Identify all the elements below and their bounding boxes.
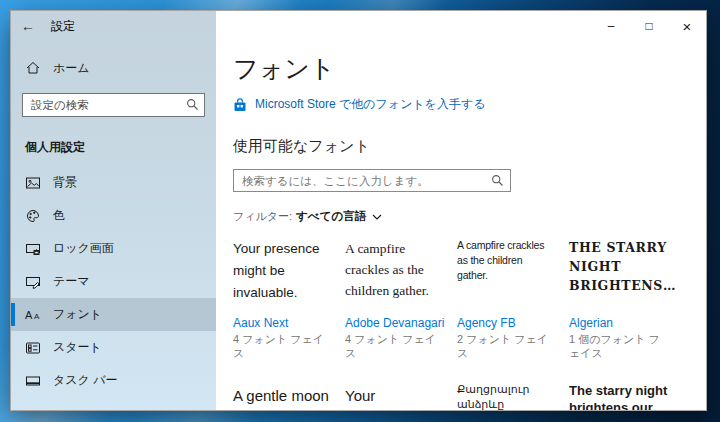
search-icon <box>491 174 504 187</box>
font-card[interactable]: A campfire crackles as the children gath… <box>457 238 557 360</box>
font-card[interactable]: THE STARRY NIGHT BRIGHTENS… Algerian 1 個… <box>569 238 669 360</box>
sidebar-item-colors[interactable]: 色 <box>11 199 216 232</box>
font-card[interactable]: A campfire crackles as the children gath… <box>345 238 445 360</box>
settings-window: ← 設定 ホーム 個人用設定 背景 <box>10 10 707 411</box>
image-icon <box>25 175 41 191</box>
font-name-link[interactable]: Adobe Devanagari <box>345 316 445 331</box>
font-face-count: 4 フォント フェイス <box>345 332 445 360</box>
font-face-count: 4 フォント フェイス <box>233 332 333 360</box>
filter-value: すべての言語 <box>296 209 366 224</box>
font-name-link[interactable]: Aaux Next <box>233 316 333 331</box>
svg-text:A: A <box>34 312 40 321</box>
font-preview: A gentle moon lulls… <box>233 383 333 411</box>
minimize-button[interactable]: – <box>592 11 630 41</box>
font-name-link[interactable]: Algerian <box>569 316 669 331</box>
font-face-count: 1 個のフォント フェイス <box>569 332 669 360</box>
sidebar-item-label: 色 <box>53 207 65 224</box>
lock-screen-icon <box>25 241 41 257</box>
sidebar-item-fonts[interactable]: A A フォント <box>11 298 216 331</box>
titlebar: ← 設定 <box>11 11 216 41</box>
sidebar-item-start[interactable]: スタート <box>11 331 216 364</box>
svg-text:A: A <box>25 309 33 321</box>
font-preview: The starry night brightens our dreams. <box>569 383 669 411</box>
sidebar-home-label: ホーム <box>53 60 90 77</box>
sidebar-item-label: タスク バー <box>53 372 117 389</box>
font-grid-row-1: Your presence might be invaluable. Aaux … <box>233 238 706 360</box>
chevron-down-icon <box>372 214 382 220</box>
sidebar-search <box>22 93 205 117</box>
taskbar-icon <box>25 373 41 389</box>
sidebar-item-label: ロック画面 <box>53 240 114 257</box>
sidebar-item-themes[interactable]: テーマ <box>11 265 216 298</box>
sidebar-item-lock-screen[interactable]: ロック画面 <box>11 232 216 265</box>
font-search-input[interactable] <box>233 169 511 192</box>
search-icon <box>186 98 199 111</box>
store-icon <box>233 98 247 112</box>
font-grid-row-2: A gentle moon lulls… A-OTF UD新ゴ Pr6N R Y… <box>233 383 706 411</box>
font-card[interactable]: Your presence… A-OTF UD新ゴ Pr6N B <box>345 383 445 411</box>
settings-search-input[interactable] <box>22 93 205 117</box>
palette-icon <box>25 208 41 224</box>
theme-icon <box>25 274 41 290</box>
sidebar-item-label: テーマ <box>53 273 90 290</box>
back-button[interactable]: ← <box>11 11 45 41</box>
font-preview: THE STARRY NIGHT BRIGHTENS… <box>569 238 669 316</box>
sidebar: ← 設定 ホーム 個人用設定 背景 <box>11 11 216 410</box>
sidebar-item-label: スタート <box>53 339 102 356</box>
font-name-link[interactable]: Agency FB <box>457 316 557 331</box>
font-face-count: 2 フォント フェイス <box>457 332 557 360</box>
sidebar-nav: 背景 色 ロック画面 テーマ <box>11 166 216 397</box>
font-preview: Քաղցրալուր անձրևը թափվում է տանիքից: <box>457 383 557 411</box>
close-button[interactable]: × <box>668 11 706 41</box>
main-content: – □ × フォント Microsoft Store で他のフォントを入手する … <box>216 11 706 410</box>
store-link[interactable]: Microsoft Store で他のフォントを入手する <box>233 96 706 113</box>
fonts-icon: A A <box>25 307 41 323</box>
font-card[interactable]: The starry night brightens our dreams. A… <box>569 383 669 411</box>
start-icon <box>25 340 41 356</box>
filter-label: フィルター: <box>233 209 292 224</box>
sidebar-item-taskbar[interactable]: タスク バー <box>11 364 216 397</box>
font-preview: Your presence might be invaluable. <box>233 238 333 316</box>
font-preview: Your presence… <box>345 383 445 411</box>
store-link-label: Microsoft Store で他のフォントを入手する <box>255 96 486 113</box>
font-preview: A campfire crackles as the children gath… <box>457 238 553 316</box>
sidebar-item-background[interactable]: 背景 <box>11 166 216 199</box>
sidebar-item-label: 背景 <box>53 174 77 191</box>
window-controls: – □ × <box>592 11 706 41</box>
sidebar-section-title: 個人用設定 <box>11 117 216 166</box>
maximize-button[interactable]: □ <box>630 11 668 41</box>
language-filter-dropdown[interactable]: フィルター: すべての言語 <box>233 209 706 224</box>
window-title: 設定 <box>51 18 75 35</box>
font-card[interactable]: A gentle moon lulls… A-OTF UD新ゴ Pr6N R <box>233 383 333 411</box>
font-search <box>233 169 511 192</box>
font-preview: A campfire crackles as the children gath… <box>345 238 445 316</box>
home-icon <box>25 60 41 76</box>
font-card[interactable]: Your presence might be invaluable. Aaux … <box>233 238 333 360</box>
font-card[interactable]: Քաղցրալուր անձրևը թափվում է տանիքից: Ari… <box>457 383 557 411</box>
sidebar-item-label: フォント <box>53 306 102 323</box>
section-heading: 使用可能なフォント <box>233 113 706 156</box>
sidebar-item-home[interactable]: ホーム <box>11 53 216 83</box>
